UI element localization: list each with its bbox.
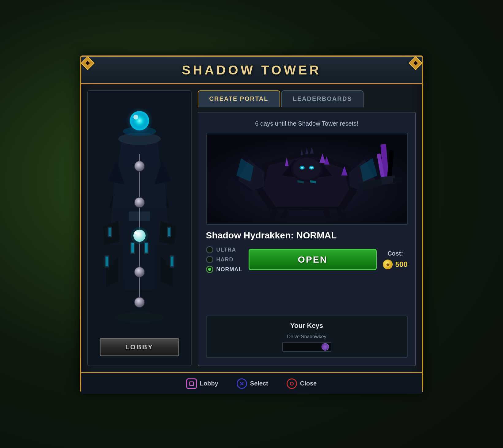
- tab-bar: CREATE PORTAL LEADERBOARDS: [198, 90, 416, 107]
- svg-rect-17: [168, 228, 170, 236]
- control-lobby-label: Lobby: [200, 380, 218, 387]
- svg-point-41: [135, 161, 144, 171]
- tab-leaderboards[interactable]: LEADERBOARDS: [281, 90, 364, 107]
- ultra-label: ULTRA: [216, 247, 236, 253]
- key-item: Delve Shadowkey: [213, 334, 401, 352]
- radio-ultra[interactable]: [206, 246, 213, 253]
- radio-normal-fill: [208, 268, 211, 271]
- difficulty-ultra[interactable]: ULTRA: [206, 246, 242, 253]
- difficulty-hard[interactable]: HARD: [206, 256, 242, 263]
- tab-create-portal[interactable]: CREATE PORTAL: [198, 90, 280, 107]
- key-bar: [282, 342, 331, 352]
- svg-point-72: [293, 158, 321, 180]
- left-panel: LOBBY: [87, 90, 192, 366]
- svg-rect-90: [190, 382, 193, 385]
- difficulty-normal[interactable]: NORMAL: [206, 266, 242, 273]
- difficulty-row: ULTRA HARD NORMAL: [206, 246, 408, 273]
- svg-point-37: [130, 112, 148, 130]
- lobby-button[interactable]: LOBBY: [100, 338, 179, 356]
- cost-amount: 500: [395, 260, 407, 269]
- boss-name: Shadow Hydrakken: NORMAL: [206, 230, 408, 241]
- svg-point-75: [301, 167, 303, 169]
- control-close-label: Close: [300, 380, 317, 387]
- svg-point-93: [290, 382, 293, 385]
- square-icon-svg: [189, 381, 194, 386]
- tower-visual: [91, 97, 188, 338]
- hard-label: HARD: [216, 256, 234, 263]
- right-panel: CREATE PORTAL LEADERBOARDS 6 days until …: [198, 90, 416, 366]
- svg-point-49: [135, 267, 144, 277]
- boss-image: [206, 133, 408, 225]
- reset-notice: 6 days until the Shadow Tower resets!: [206, 120, 408, 127]
- square-button-icon: [186, 378, 197, 389]
- svg-rect-89: [393, 178, 402, 183]
- corner-decoration-tl: [80, 55, 95, 71]
- control-close[interactable]: Close: [287, 378, 317, 389]
- svg-rect-7: [105, 256, 108, 266]
- keys-title: Your Keys: [213, 322, 401, 330]
- control-select-label: Select: [250, 380, 268, 387]
- svg-point-38: [133, 115, 138, 120]
- svg-point-76: [310, 167, 313, 169]
- circle-icon-svg: [289, 381, 294, 386]
- svg-rect-14: [109, 228, 111, 236]
- radio-normal[interactable]: [206, 266, 213, 273]
- svg-rect-27: [145, 243, 147, 253]
- dialog-footer: Lobby Select Close: [81, 372, 422, 394]
- svg-point-51: [135, 298, 144, 307]
- dialog-header: SHADOW TOWER: [81, 57, 422, 84]
- keys-section: Your Keys Delve Shadowkey: [206, 316, 408, 358]
- radio-hard[interactable]: [206, 256, 213, 263]
- svg-rect-11: [170, 256, 173, 266]
- cost-section: Cost: 500: [383, 250, 407, 269]
- x-icon-svg: [239, 381, 244, 386]
- boss-svg: [207, 133, 407, 224]
- coin-icon: [383, 260, 393, 269]
- dialog-title: SHADOW TOWER: [182, 63, 321, 78]
- content-area: 6 days until the Shadow Tower resets!: [198, 112, 416, 366]
- shadow-tower-dialog: SHADOW TOWER: [80, 55, 423, 393]
- normal-label: NORMAL: [216, 266, 242, 273]
- key-name: Delve Shadowkey: [213, 334, 401, 340]
- open-button[interactable]: OPEN: [249, 249, 377, 270]
- control-select[interactable]: Select: [237, 378, 268, 389]
- circle-button-icon: [287, 378, 297, 389]
- cost-label: Cost:: [387, 250, 403, 257]
- svg-point-0: [115, 312, 164, 323]
- cost-value: 500: [383, 260, 407, 269]
- dialog-body: LOBBY CREATE PORTAL LEADERBOARDS 6 days …: [81, 84, 422, 372]
- svg-rect-25: [131, 243, 134, 253]
- svg-point-43: [135, 198, 144, 207]
- control-lobby[interactable]: Lobby: [186, 378, 218, 389]
- svg-point-47: [134, 231, 137, 234]
- difficulty-options: ULTRA HARD NORMAL: [206, 246, 242, 273]
- key-icon: [322, 343, 329, 351]
- x-button-icon: [237, 378, 247, 389]
- corner-decoration-tr: [408, 55, 423, 71]
- tower-svg: [91, 97, 188, 338]
